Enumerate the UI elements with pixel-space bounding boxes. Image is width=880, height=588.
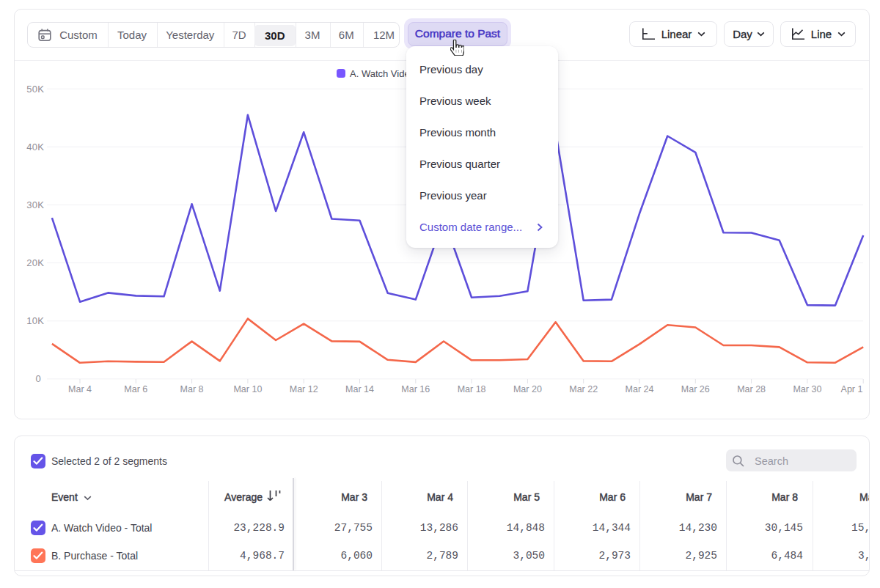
svg-text:0: 0 (36, 373, 41, 384)
svg-text:Mar 4: Mar 4 (68, 384, 92, 394)
svg-text:Mar 24: Mar 24 (626, 384, 654, 394)
svg-text:Mar 18: Mar 18 (458, 384, 486, 394)
svg-text:10K: 10K (26, 315, 44, 326)
svg-text:Mar 16: Mar 16 (401, 384, 430, 394)
svg-text:50K: 50K (26, 84, 44, 95)
svg-text:40K: 40K (26, 142, 44, 152)
svg-text:Mar 12: Mar 12 (290, 384, 318, 394)
svg-text:Mar 28: Mar 28 (737, 384, 766, 394)
svg-text:Mar 10: Mar 10 (233, 384, 262, 394)
svg-text:Apr 1: Apr 1 (841, 384, 863, 394)
svg-text:20K: 20K (26, 257, 44, 268)
svg-text:Mar 20: Mar 20 (513, 384, 542, 394)
svg-text:Mar 6: Mar 6 (124, 384, 147, 394)
svg-text:Mar 14: Mar 14 (345, 384, 374, 394)
svg-text:30K: 30K (26, 199, 44, 210)
svg-text:Mar 26: Mar 26 (681, 384, 710, 394)
svg-text:Mar 30: Mar 30 (793, 384, 821, 394)
svg-text:Mar 22: Mar 22 (569, 384, 598, 394)
svg-text:Mar 8: Mar 8 (180, 384, 204, 394)
